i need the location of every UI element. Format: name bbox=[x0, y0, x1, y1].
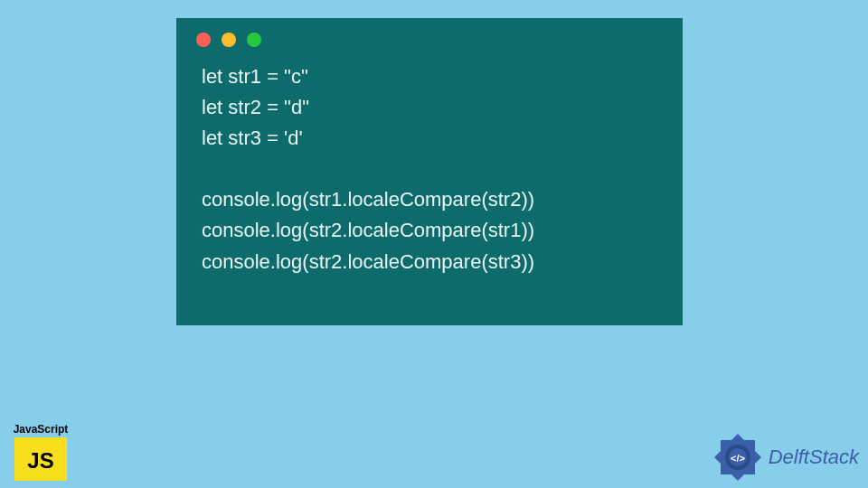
close-icon bbox=[196, 33, 211, 47]
js-logo-text: JS bbox=[27, 448, 53, 473]
brand-logo-icon: </> bbox=[712, 432, 763, 483]
code-window: let str1 = "c" let str2 = "d" let str3 =… bbox=[176, 18, 683, 325]
brand-name: DelftStack bbox=[769, 446, 859, 469]
code-block: let str1 = "c" let str2 = "d" let str3 =… bbox=[176, 56, 683, 283]
javascript-logo-icon: JS bbox=[14, 437, 67, 481]
svg-text:</>: </> bbox=[731, 453, 745, 464]
javascript-label: JavaScript bbox=[9, 423, 72, 436]
javascript-badge: JavaScript JS bbox=[9, 423, 72, 481]
window-controls bbox=[176, 18, 683, 56]
maximize-icon bbox=[247, 33, 261, 47]
brand: </> DelftStack bbox=[712, 432, 859, 483]
minimize-icon bbox=[222, 33, 236, 47]
